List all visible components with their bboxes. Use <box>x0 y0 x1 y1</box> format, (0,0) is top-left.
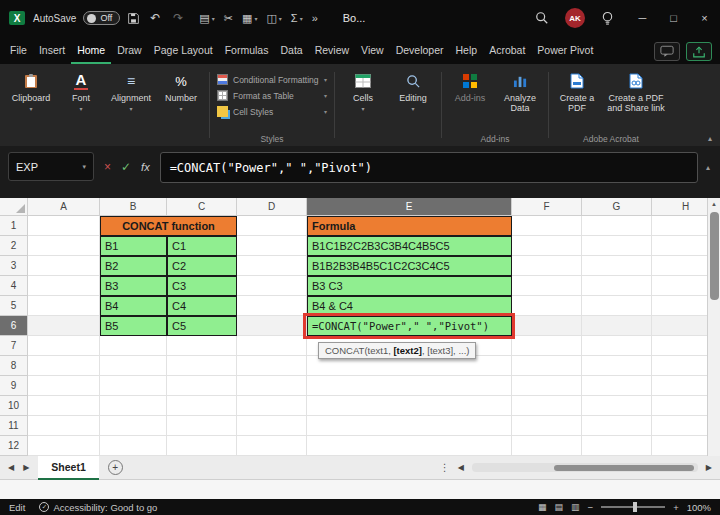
close-button[interactable]: × <box>689 0 720 36</box>
cell-c2[interactable]: C1 <box>167 236 237 256</box>
cell-e5[interactable]: B4 & C4 <box>307 296 512 316</box>
cell-f3[interactable] <box>512 256 582 276</box>
cell-d7[interactable] <box>237 336 307 356</box>
cell-d6[interactable] <box>237 316 307 336</box>
cells-button[interactable]: Cells ▾ <box>338 68 388 113</box>
name-box-caret-icon[interactable]: ▾ <box>82 163 86 171</box>
column-header-d[interactable]: D <box>237 198 307 216</box>
cell-f6[interactable] <box>512 316 582 336</box>
cell-g6[interactable] <box>582 316 652 336</box>
more-commands-icon[interactable]: » <box>312 12 318 24</box>
cell-g12[interactable] <box>582 436 652 456</box>
cell-d4[interactable] <box>237 276 307 296</box>
cell-g4[interactable] <box>582 276 652 296</box>
cell-d5[interactable] <box>237 296 307 316</box>
cell-d11[interactable] <box>237 416 307 436</box>
zoom-out-icon[interactable]: − <box>588 502 594 513</box>
add-ins-button[interactable]: Add-ins <box>445 68 495 103</box>
cell-e6[interactable]: =CONCAT("Power"," ","Pivot") <box>307 316 512 336</box>
analyze-data-button[interactable]: Analyze Data <box>495 68 545 114</box>
cell-c12[interactable] <box>167 436 237 456</box>
cell-f12[interactable] <box>512 436 582 456</box>
cell-b9[interactable] <box>100 376 167 396</box>
row-header-10[interactable]: 10 <box>0 396 28 416</box>
cell-d1[interactable] <box>237 216 307 236</box>
create-pdf-share-button[interactable]: Create a PDF and Share link <box>602 68 670 114</box>
row-header-2[interactable]: 2 <box>0 236 28 256</box>
menu-tab-data[interactable]: Data <box>274 38 308 64</box>
cell-styles-button[interactable]: Cell Styles ▾ <box>217 106 327 117</box>
insert-function-button[interactable]: fx <box>141 161 150 173</box>
column-header-c[interactable]: C <box>167 198 237 216</box>
cell-c11[interactable] <box>167 416 237 436</box>
cell-g2[interactable] <box>582 236 652 256</box>
menu-tab-review[interactable]: Review <box>309 38 355 64</box>
vertical-scrollbar[interactable]: ▲ <box>707 198 720 456</box>
cell-b3[interactable]: B2 <box>100 256 167 276</box>
row-header-1[interactable]: 1 <box>0 216 28 236</box>
cell-g9[interactable] <box>582 376 652 396</box>
cancel-entry-button[interactable]: × <box>104 160 111 174</box>
cell-f4[interactable] <box>512 276 582 296</box>
name-box[interactable]: EXP ▾ <box>8 152 94 181</box>
formula-input[interactable]: =CONCAT("Power"," ","Pivot") <box>160 152 698 183</box>
cell-f5[interactable] <box>512 296 582 316</box>
normal-view-icon[interactable]: ▦ <box>538 502 547 512</box>
row-header-12[interactable]: 12 <box>0 436 28 456</box>
hscroll-left-icon[interactable]: ◀ <box>458 463 464 472</box>
cell-c8[interactable] <box>167 356 237 376</box>
cell-d8[interactable] <box>237 356 307 376</box>
cell-c3[interactable]: C2 <box>167 256 237 276</box>
column-header-g[interactable]: G <box>582 198 652 216</box>
cell-g11[interactable] <box>582 416 652 436</box>
formula-bar-collapse-icon[interactable]: ▴ <box>704 152 712 183</box>
menu-tab-home[interactable]: Home <box>71 38 111 64</box>
zoom-level[interactable]: 100% <box>687 502 711 513</box>
column-header-f[interactable]: F <box>512 198 582 216</box>
borders-icon[interactable]: ▦▾ <box>242 12 257 25</box>
cell-a9[interactable] <box>28 376 100 396</box>
comments-button[interactable] <box>654 42 680 61</box>
cell-f7[interactable] <box>512 336 582 356</box>
cell-b10[interactable] <box>100 396 167 416</box>
cut-icon[interactable]: ✂ <box>224 12 233 25</box>
menu-tab-insert[interactable]: Insert <box>33 38 71 64</box>
share-button[interactable] <box>686 42 712 61</box>
cell-e11[interactable] <box>307 416 512 436</box>
cell-f8[interactable] <box>512 356 582 376</box>
cell-b7[interactable] <box>100 336 167 356</box>
alignment-button[interactable]: ≡ Alignment ▾ <box>106 68 156 113</box>
menu-tab-acrobat[interactable]: Acrobat <box>483 38 531 64</box>
cell-c5[interactable]: C4 <box>167 296 237 316</box>
menu-tab-developer[interactable]: Developer <box>390 38 450 64</box>
page-break-view-icon[interactable]: ▥ <box>571 502 580 512</box>
vertical-scrollbar-thumb[interactable] <box>710 212 719 300</box>
column-header-e[interactable]: E <box>307 198 512 216</box>
scroll-up-icon[interactable]: ▲ <box>711 201 717 207</box>
cell-d12[interactable] <box>237 436 307 456</box>
format-as-table-button[interactable]: Format as Table ▾ <box>217 90 327 101</box>
cell-b12[interactable] <box>100 436 167 456</box>
cell-b11[interactable] <box>100 416 167 436</box>
cell-d9[interactable] <box>237 376 307 396</box>
cell-b8[interactable] <box>100 356 167 376</box>
menu-tab-help[interactable]: Help <box>450 38 484 64</box>
maximize-button[interactable]: □ <box>658 0 689 36</box>
menu-tab-file[interactable]: File <box>4 38 33 64</box>
zoom-slider-thumb[interactable] <box>633 502 637 512</box>
menu-tab-power-pivot[interactable]: Power Pivot <box>531 38 599 64</box>
cell-f2[interactable] <box>512 236 582 256</box>
row-header-8[interactable]: 8 <box>0 356 28 376</box>
horizontal-scrollbar[interactable] <box>472 463 698 472</box>
accessibility-status[interactable]: ✓ Accessibility: Good to go <box>39 502 157 513</box>
cell-e4[interactable]: B3 C3 <box>307 276 512 296</box>
lightbulb-icon[interactable] <box>601 11 614 26</box>
cell-e1[interactable]: Formula <box>307 216 512 236</box>
cell-a11[interactable] <box>28 416 100 436</box>
cell-g10[interactable] <box>582 396 652 416</box>
sheet-tab-sheet1[interactable]: Sheet1 <box>38 456 98 480</box>
menu-tab-page-layout[interactable]: Page Layout <box>148 38 219 64</box>
cell-c9[interactable] <box>167 376 237 396</box>
number-button[interactable]: % Number ▾ <box>156 68 206 113</box>
horizontal-scrollbar-thumb[interactable] <box>554 465 694 471</box>
